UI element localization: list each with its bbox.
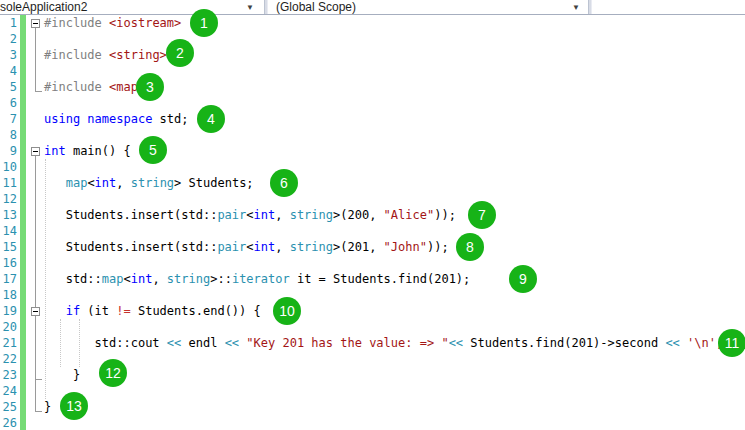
line-number[interactable]: 5	[0, 79, 17, 95]
token-def: Students.insert(std::	[44, 240, 217, 254]
line-number[interactable]: 26	[0, 415, 17, 430]
annotation-badge: 11	[718, 329, 745, 357]
code-line[interactable]: 15 Students.insert(std::pair<int, string…	[0, 239, 745, 255]
token-pre: #include	[44, 16, 102, 30]
project-dropdown[interactable]: soleApplication2 ▼	[0, 0, 264, 14]
navigation-bar: soleApplication2 ▼ (Global Scope) ▼	[0, 0, 745, 15]
empty-dropdown-area[interactable]	[592, 0, 745, 14]
line-number[interactable]: 20	[0, 319, 17, 335]
code-line[interactable]: 25}	[0, 399, 745, 415]
code-line[interactable]: 6	[0, 95, 745, 111]
line-number[interactable]: 4	[0, 63, 17, 79]
collapse-box[interactable]	[31, 147, 40, 156]
code-line[interactable]: 7using namespace std;	[0, 111, 745, 127]
token-def: std::cout	[44, 336, 167, 350]
annotation-badge: 2	[166, 39, 194, 67]
line-number[interactable]: 14	[0, 223, 17, 239]
token-def: ));	[427, 240, 449, 254]
token-type: map	[66, 176, 88, 190]
line-number[interactable]: 18	[0, 287, 17, 303]
token-def: }	[44, 368, 80, 382]
code-line[interactable]: 2	[0, 31, 745, 47]
token-kw: using	[44, 112, 80, 126]
annotation-badge: 1	[190, 9, 218, 37]
code-line[interactable]: 14	[0, 223, 745, 239]
token-def	[102, 48, 109, 62]
scope-dropdown[interactable]: (Global Scope) ▼	[268, 0, 588, 14]
outline-end-tick	[35, 91, 42, 92]
chevron-down-icon: ▼	[572, 1, 580, 14]
line-number[interactable]: 16	[0, 255, 17, 271]
code-line[interactable]: 13 Students.insert(std::pair<int, string…	[0, 207, 745, 223]
line-number[interactable]: 13	[0, 207, 17, 223]
code-line[interactable]: 20	[0, 319, 745, 335]
token-type: string	[167, 272, 210, 286]
token-kw: int	[95, 176, 117, 190]
line-number[interactable]: 23	[0, 367, 17, 383]
token-def: Students.end()) {	[131, 304, 261, 318]
code-text: Students.insert(std::pair<int, string>(2…	[17, 207, 456, 223]
annotation-badge: 3	[136, 73, 164, 101]
line-number[interactable]: 21	[0, 335, 17, 351]
change-tracking-bar	[20, 15, 26, 430]
line-number[interactable]: 19	[0, 303, 17, 319]
token-def: main() {	[66, 144, 131, 158]
token-type: string	[290, 208, 333, 222]
token-type: pair	[217, 240, 246, 254]
token-str: <string>	[109, 48, 167, 62]
collapse-box[interactable]	[31, 307, 40, 316]
code-line[interactable]: 8	[0, 127, 745, 143]
line-number[interactable]: 1	[0, 15, 17, 31]
code-line[interactable]: 26	[0, 415, 745, 430]
token-str: "John"	[384, 240, 427, 254]
line-number[interactable]: 10	[0, 159, 17, 175]
annotation-badge: 5	[139, 136, 167, 164]
code-line[interactable]: 1#include <iostream>	[0, 15, 745, 31]
collapse-box[interactable]	[31, 19, 40, 28]
code-line[interactable]: 19 if (it != Students.end()) {	[0, 303, 745, 319]
line-number[interactable]: 24	[0, 383, 17, 399]
code-line[interactable]: 21 std::cout << endl << "Key 201 has the…	[0, 335, 745, 351]
annotation-badge: 8	[456, 233, 484, 261]
token-pre: #include	[44, 48, 102, 62]
code-line[interactable]: 16	[0, 255, 745, 271]
token-def	[44, 176, 66, 190]
token-def: ,	[275, 208, 289, 222]
token-op: <<	[167, 336, 181, 350]
line-number[interactable]: 7	[0, 111, 17, 127]
line-number[interactable]: 3	[0, 47, 17, 63]
line-number[interactable]: 15	[0, 239, 17, 255]
code-text: using namespace std;	[17, 111, 189, 127]
line-number[interactable]: 9	[0, 143, 17, 159]
line-number[interactable]: 2	[0, 31, 17, 47]
token-def: <	[123, 272, 130, 286]
token-def: <	[87, 176, 94, 190]
line-number[interactable]: 8	[0, 127, 17, 143]
code-line[interactable]: 5#include <map>	[0, 79, 745, 95]
code-line[interactable]: 4	[0, 63, 745, 79]
token-str: '\n'	[687, 336, 716, 350]
line-number[interactable]: 25	[0, 399, 17, 415]
code-line[interactable]: 17 std::map<int, string>::iterator it = …	[0, 271, 745, 287]
code-line[interactable]: 9int main() {	[0, 143, 745, 159]
scope-dropdown-label: (Global Scope)	[276, 0, 356, 14]
code-line[interactable]: 3#include <string>	[0, 47, 745, 63]
token-pre: #include	[44, 80, 102, 94]
code-line[interactable]: 18	[0, 287, 745, 303]
token-def: >(200,	[333, 208, 384, 222]
code-editor[interactable]: 1#include <iostream>23#include <string>4…	[0, 15, 745, 430]
token-type: map	[102, 272, 124, 286]
line-number[interactable]: 22	[0, 351, 17, 367]
line-number[interactable]: 12	[0, 191, 17, 207]
indent-guide	[79, 319, 80, 367]
outline-end-tick	[35, 379, 42, 380]
token-def: endl	[181, 336, 224, 350]
code-line[interactable]: 11 map<int, string> Students;	[0, 175, 745, 191]
code-line[interactable]: 12	[0, 191, 745, 207]
code-line[interactable]: 10	[0, 159, 745, 175]
line-number[interactable]: 17	[0, 271, 17, 287]
annotation-badge: 10	[273, 297, 301, 325]
token-op: <<	[225, 336, 239, 350]
line-number[interactable]: 6	[0, 95, 17, 111]
line-number[interactable]: 11	[0, 175, 17, 191]
